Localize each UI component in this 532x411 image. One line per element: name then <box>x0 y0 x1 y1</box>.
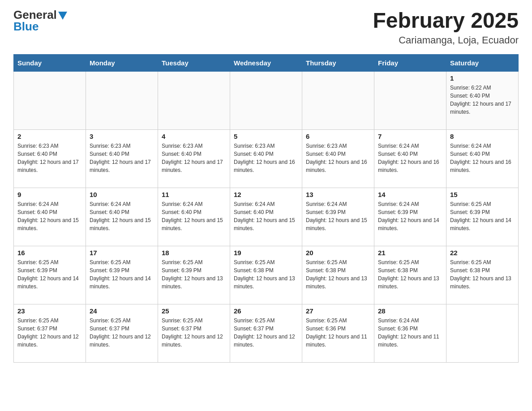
day-number: 4 <box>162 133 226 140</box>
logo: General Blue <box>13 9 67 32</box>
day-number: 1 <box>450 74 515 82</box>
day-number: 25 <box>162 307 226 315</box>
day-header-tuesday: Tuesday <box>158 54 230 71</box>
day-number: 3 <box>90 133 154 140</box>
day-info: Sunrise: 6:25 AM Sunset: 6:39 PM Dayligh… <box>17 258 82 291</box>
calendar-cell: 23Sunrise: 6:25 AM Sunset: 6:37 PM Dayli… <box>14 304 86 362</box>
calendar-cell: 9Sunrise: 6:24 AM Sunset: 6:40 PM Daylig… <box>14 188 86 246</box>
calendar-cell: 28Sunrise: 6:24 AM Sunset: 6:36 PM Dayli… <box>374 304 446 362</box>
calendar-header: SundayMondayTuesdayWednesdayThursdayFrid… <box>14 54 519 71</box>
day-info: Sunrise: 6:24 AM Sunset: 6:40 PM Dayligh… <box>90 200 154 232</box>
location-subtitle: Cariamanga, Loja, Ecuador <box>373 34 519 46</box>
day-number: 2 <box>17 133 82 140</box>
day-header-monday: Monday <box>86 54 158 71</box>
day-info: Sunrise: 6:24 AM Sunset: 6:40 PM Dayligh… <box>234 200 298 232</box>
day-number: 22 <box>450 249 515 257</box>
day-info: Sunrise: 6:25 AM Sunset: 6:38 PM Dayligh… <box>378 258 442 291</box>
day-info: Sunrise: 6:25 AM Sunset: 6:38 PM Dayligh… <box>306 258 370 291</box>
day-info: Sunrise: 6:25 AM Sunset: 6:37 PM Dayligh… <box>90 317 154 349</box>
calendar-cell: 12Sunrise: 6:24 AM Sunset: 6:40 PM Dayli… <box>230 188 302 246</box>
day-info: Sunrise: 6:25 AM Sunset: 6:37 PM Dayligh… <box>17 317 82 349</box>
day-number: 14 <box>378 191 442 198</box>
day-info: Sunrise: 6:24 AM Sunset: 6:40 PM Dayligh… <box>17 200 82 232</box>
day-number: 17 <box>90 249 154 257</box>
day-info: Sunrise: 6:23 AM Sunset: 6:40 PM Dayligh… <box>90 142 154 174</box>
calendar-cell: 19Sunrise: 6:25 AM Sunset: 6:38 PM Dayli… <box>230 246 302 304</box>
calendar-cell <box>86 71 158 129</box>
day-number: 15 <box>450 191 515 198</box>
day-header-friday: Friday <box>374 54 446 71</box>
day-header-saturday: Saturday <box>446 54 519 71</box>
day-info: Sunrise: 6:22 AM Sunset: 6:40 PM Dayligh… <box>450 84 515 116</box>
day-number: 13 <box>306 191 370 198</box>
day-info: Sunrise: 6:24 AM Sunset: 6:39 PM Dayligh… <box>378 200 442 232</box>
logo-blue-text: Blue <box>13 21 39 32</box>
day-number: 28 <box>378 307 442 315</box>
day-info: Sunrise: 6:24 AM Sunset: 6:40 PM Dayligh… <box>378 142 442 174</box>
day-info: Sunrise: 6:23 AM Sunset: 6:40 PM Dayligh… <box>17 142 82 174</box>
day-info: Sunrise: 6:25 AM Sunset: 6:38 PM Dayligh… <box>234 258 298 291</box>
calendar-cell: 5Sunrise: 6:23 AM Sunset: 6:40 PM Daylig… <box>230 129 302 188</box>
calendar-cell: 10Sunrise: 6:24 AM Sunset: 6:40 PM Dayli… <box>86 188 158 246</box>
day-number: 5 <box>234 133 298 140</box>
calendar-cell: 16Sunrise: 6:25 AM Sunset: 6:39 PM Dayli… <box>14 246 86 304</box>
day-header-sunday: Sunday <box>14 54 86 71</box>
day-number: 12 <box>234 191 298 198</box>
week-row-5: 23Sunrise: 6:25 AM Sunset: 6:37 PM Dayli… <box>14 304 519 362</box>
calendar-cell: 27Sunrise: 6:25 AM Sunset: 6:36 PM Dayli… <box>302 304 374 362</box>
calendar-cell: 2Sunrise: 6:23 AM Sunset: 6:40 PM Daylig… <box>14 129 86 188</box>
page-header: General Blue February 2025 Cariamanga, L… <box>13 9 519 46</box>
calendar-cell: 8Sunrise: 6:24 AM Sunset: 6:40 PM Daylig… <box>446 129 519 188</box>
day-number: 8 <box>450 133 515 140</box>
day-info: Sunrise: 6:25 AM Sunset: 6:37 PM Dayligh… <box>234 317 298 349</box>
day-info: Sunrise: 6:25 AM Sunset: 6:39 PM Dayligh… <box>450 200 515 232</box>
calendar-cell: 11Sunrise: 6:24 AM Sunset: 6:40 PM Dayli… <box>158 188 230 246</box>
logo-triangle-icon <box>58 12 67 20</box>
calendar-cell <box>14 71 86 129</box>
week-row-2: 2Sunrise: 6:23 AM Sunset: 6:40 PM Daylig… <box>14 129 519 188</box>
calendar-cell: 4Sunrise: 6:23 AM Sunset: 6:40 PM Daylig… <box>158 129 230 188</box>
day-number: 20 <box>306 249 370 257</box>
day-info: Sunrise: 6:24 AM Sunset: 6:39 PM Dayligh… <box>306 200 370 232</box>
calendar-cell: 21Sunrise: 6:25 AM Sunset: 6:38 PM Dayli… <box>374 246 446 304</box>
day-number: 16 <box>17 249 82 257</box>
month-title: February 2025 <box>373 9 519 33</box>
day-info: Sunrise: 6:24 AM Sunset: 6:40 PM Dayligh… <box>162 200 226 232</box>
calendar-cell: 13Sunrise: 6:24 AM Sunset: 6:39 PM Dayli… <box>302 188 374 246</box>
calendar-cell <box>302 71 374 129</box>
day-header-wednesday: Wednesday <box>230 54 302 71</box>
day-number: 26 <box>234 307 298 315</box>
calendar-cell: 22Sunrise: 6:25 AM Sunset: 6:38 PM Dayli… <box>446 246 519 304</box>
calendar-cell: 15Sunrise: 6:25 AM Sunset: 6:39 PM Dayli… <box>446 188 519 246</box>
day-number: 11 <box>162 191 226 198</box>
day-info: Sunrise: 6:23 AM Sunset: 6:40 PM Dayligh… <box>162 142 226 174</box>
day-number: 7 <box>378 133 442 140</box>
calendar-cell: 7Sunrise: 6:24 AM Sunset: 6:40 PM Daylig… <box>374 129 446 188</box>
day-number: 23 <box>17 307 82 315</box>
calendar-cell <box>374 71 446 129</box>
calendar-cell <box>446 304 519 362</box>
week-row-4: 16Sunrise: 6:25 AM Sunset: 6:39 PM Dayli… <box>14 246 519 304</box>
day-number: 6 <box>306 133 370 140</box>
day-info: Sunrise: 6:25 AM Sunset: 6:38 PM Dayligh… <box>450 258 515 291</box>
calendar-cell: 1Sunrise: 6:22 AM Sunset: 6:40 PM Daylig… <box>446 71 519 129</box>
day-info: Sunrise: 6:23 AM Sunset: 6:40 PM Dayligh… <box>234 142 298 174</box>
day-number: 10 <box>90 191 154 198</box>
calendar-cell: 17Sunrise: 6:25 AM Sunset: 6:39 PM Dayli… <box>86 246 158 304</box>
calendar-cell <box>158 71 230 129</box>
day-info: Sunrise: 6:25 AM Sunset: 6:39 PM Dayligh… <box>162 258 226 291</box>
calendar-body: 1Sunrise: 6:22 AM Sunset: 6:40 PM Daylig… <box>14 71 519 362</box>
day-info: Sunrise: 6:25 AM Sunset: 6:39 PM Dayligh… <box>90 258 154 291</box>
week-row-3: 9Sunrise: 6:24 AM Sunset: 6:40 PM Daylig… <box>14 188 519 246</box>
title-area: February 2025 Cariamanga, Loja, Ecuador <box>373 9 519 46</box>
calendar-cell: 18Sunrise: 6:25 AM Sunset: 6:39 PM Dayli… <box>158 246 230 304</box>
calendar-cell: 3Sunrise: 6:23 AM Sunset: 6:40 PM Daylig… <box>86 129 158 188</box>
calendar-table: SundayMondayTuesdayWednesdayThursdayFrid… <box>13 54 519 363</box>
day-number: 18 <box>162 249 226 257</box>
day-info: Sunrise: 6:24 AM Sunset: 6:40 PM Dayligh… <box>450 142 515 174</box>
calendar-cell: 6Sunrise: 6:23 AM Sunset: 6:40 PM Daylig… <box>302 129 374 188</box>
calendar-cell: 26Sunrise: 6:25 AM Sunset: 6:37 PM Dayli… <box>230 304 302 362</box>
day-info: Sunrise: 6:25 AM Sunset: 6:36 PM Dayligh… <box>306 317 370 349</box>
day-info: Sunrise: 6:23 AM Sunset: 6:40 PM Dayligh… <box>306 142 370 174</box>
day-number: 27 <box>306 307 370 315</box>
